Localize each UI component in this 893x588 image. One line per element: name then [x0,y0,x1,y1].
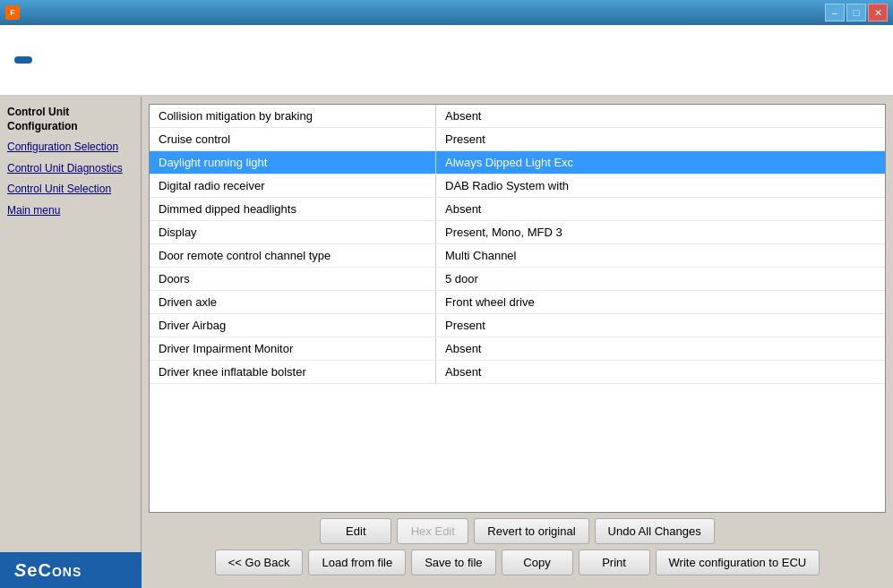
sidebar-item-control-unit-sel[interactable]: Control Unit Selection [7,183,133,197]
table-row[interactable]: Driver Impairment MonitorAbsent [150,337,885,361]
table-row[interactable]: Cruise controlPresent [150,128,885,151]
config-name-cell: Doors [150,268,436,290]
revert-button[interactable]: Revert to original [474,518,588,544]
hex-edit-button: Hex Edit [397,518,468,544]
write-ecu-button[interactable]: Write configuration to ECU [656,550,820,575]
config-name-cell: Driven axle [150,291,436,313]
config-value-cell: Always Dipped Light Exc [436,151,885,174]
table-row[interactable]: Door remote control channel typeMulti Ch… [150,244,885,268]
window-controls: – □ ✕ [825,4,888,21]
sidebar-wrapper: Control Unit ConfigurationConfiguration … [0,97,142,588]
config-value-cell: Absent [436,105,885,127]
config-name-cell: Digital radio receiver [150,175,436,197]
config-value-cell: Present [436,128,885,150]
buttons-area: EditHex EditRevert to originalUndo All C… [149,513,886,581]
table-row[interactable]: Dimmed dipped headlightsAbsent [150,198,885,221]
app-header [0,25,893,97]
config-name-cell: Cruise control [150,128,436,150]
config-value-cell: Present [436,314,885,337]
logo [14,56,32,64]
print-button[interactable]: Print [579,550,650,575]
secons-se: S [14,560,27,580]
config-value-cell: Multi Channel [436,244,885,267]
content-area: Collision mitigation by brakingAbsentCru… [142,97,893,588]
undo-all-button[interactable]: Undo All Changes [595,518,715,544]
table-row[interactable]: Driven axleFront wheel drive [150,291,885,314]
copy-button[interactable]: Copy [502,550,573,575]
button-row-1: EditHex EditRevert to originalUndo All C… [149,518,886,544]
config-name-cell: Driver knee inflatable bolster [150,361,436,383]
config-name-cell: Dimmed dipped headlights [150,198,436,220]
config-name-cell: Driver Airbag [150,314,436,337]
config-name-cell: Door remote control channel type [150,244,436,267]
edit-button[interactable]: Edit [320,518,391,544]
config-value-cell: 5 door [436,268,885,290]
sidebar-item-config-selection[interactable]: Configuration Selection [7,141,133,155]
minimize-button[interactable]: – [825,4,845,21]
table-row[interactable]: DisplayPresent, Mono, MFD 3 [150,221,885,244]
config-value-cell: Absent [436,198,885,220]
config-value-cell: Front wheel drive [436,291,885,313]
title-bar: F – □ ✕ [0,0,893,25]
table-row[interactable]: Driver knee inflatable bolsterAbsent [150,361,885,384]
secons-cons: Cons [38,560,82,580]
close-button[interactable]: ✕ [868,4,888,21]
config-value-cell: Absent [436,361,885,383]
config-name-cell: Daylight running light [150,151,436,174]
logo-box [14,56,32,64]
config-table[interactable]: Collision mitigation by brakingAbsentCru… [149,104,886,513]
config-value-cell: Absent [436,337,885,360]
sidebar-item-control-unit-config[interactable]: Control Unit Configuration [7,106,133,133]
config-name-cell: Driver Impairment Monitor [150,337,436,360]
sidebar: Control Unit ConfigurationConfiguration … [0,97,142,552]
secons-logo: SeCons [14,560,82,581]
table-row[interactable]: Collision mitigation by brakingAbsent [150,105,885,128]
maximize-button[interactable]: □ [846,4,866,21]
config-value-cell: Present, Mono, MFD 3 [436,221,885,243]
button-row-2: << Go BackLoad from fileSave to fileCopy… [149,550,886,575]
config-name-cell: Collision mitigation by braking [150,105,436,127]
secons-e2: e [27,560,38,580]
table-row[interactable]: Doors5 door [150,268,885,291]
config-value-cell: DAB Radio System with [436,175,885,197]
config-name-cell: Display [150,221,436,243]
sidebar-bottom: SeCons [0,552,142,588]
app-icon: F [5,5,20,20]
main-layout: Control Unit ConfigurationConfiguration … [0,97,893,588]
sidebar-item-main-menu[interactable]: Main menu [7,204,133,218]
table-row[interactable]: Driver AirbagPresent [150,314,885,337]
load-file-button[interactable]: Load from file [308,550,406,575]
go-back-button[interactable]: << Go Back [215,550,304,575]
table-row[interactable]: Digital radio receiverDAB Radio System w… [150,175,885,198]
table-row[interactable]: Daylight running lightAlways Dipped Ligh… [150,151,885,175]
save-file-button[interactable]: Save to file [411,550,495,575]
sidebar-item-control-unit-diag[interactable]: Control Unit Diagnostics [7,162,133,176]
